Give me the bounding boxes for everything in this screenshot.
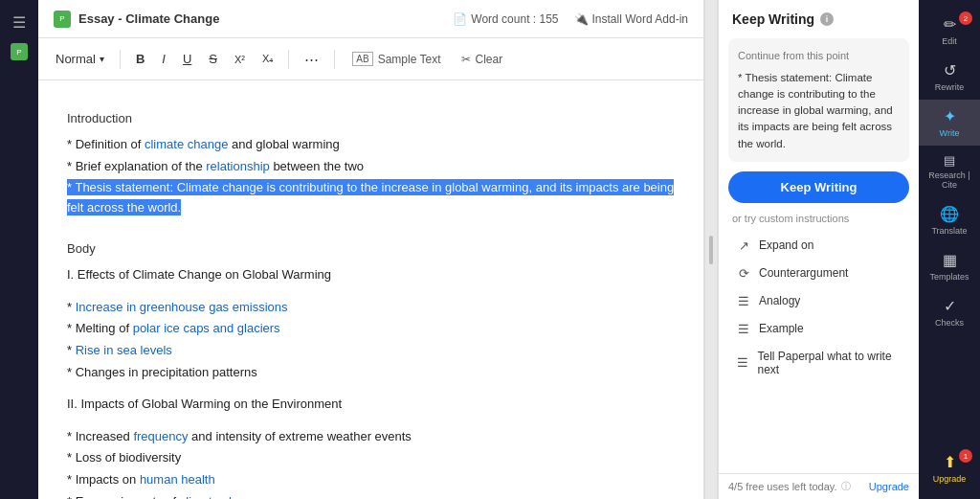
word-count-text: Word count : 155 xyxy=(471,12,558,26)
panel-divider[interactable] xyxy=(704,0,718,499)
info-icon[interactable]: i xyxy=(820,12,834,26)
research-icon: ▤ xyxy=(944,153,955,168)
rewrite-label: Rewrite xyxy=(935,82,965,92)
chevron-down-icon: ▾ xyxy=(100,54,104,64)
sidebar-item-checks[interactable]: ✓ Checks xyxy=(919,289,980,335)
blank-line-2 xyxy=(67,288,675,298)
translate-label: Translate xyxy=(931,226,967,236)
instruction-tell-paperpal[interactable]: ☰ Tell Paperpal what to write next xyxy=(723,343,915,383)
install-addon[interactable]: 🔌 Install Word Add-in xyxy=(574,12,689,26)
strikethrough-button[interactable]: S xyxy=(203,48,223,70)
body-line3: * Rise in sea levels xyxy=(67,341,675,361)
left-sidebar: ☰ P xyxy=(0,0,38,499)
underline-button[interactable]: U xyxy=(177,48,197,70)
divider-handle xyxy=(709,236,713,264)
far-right-sidebar: ✏ Edit 2 ↺ Rewrite ✦ Write ▤ Research | … xyxy=(919,0,980,499)
clear-icon: ✂ xyxy=(461,53,471,66)
sidebar-item-write[interactable]: ✦ Write xyxy=(919,100,980,146)
sidebar-item-rewrite[interactable]: ↺ Rewrite xyxy=(919,54,980,100)
sample-text-button[interactable]: AB Sample Text xyxy=(345,48,448,70)
rewrite-icon: ↺ xyxy=(944,61,956,79)
intro-line2: * Brief explanation of the relationship … xyxy=(67,157,675,177)
toolbar-divider-2 xyxy=(288,50,289,69)
keep-writing-button[interactable]: Keep Writing xyxy=(728,171,909,203)
sidebar-item-translate[interactable]: 🌐 Translate xyxy=(919,197,980,243)
sidebar-item-research[interactable]: ▤ Research | Cite xyxy=(919,146,980,197)
superscript-button[interactable]: X² xyxy=(229,50,251,69)
instruction-expand-on[interactable]: ↗ Expand on xyxy=(723,232,915,260)
blank-line-1 xyxy=(67,220,675,230)
continue-box: Continue from this point * Thesis statem… xyxy=(728,38,909,162)
instruction-counterargument[interactable]: ⟳ Counterargument xyxy=(723,260,915,287)
top-bar-left: P Essay - Climate Change xyxy=(54,11,219,28)
top-bar: P Essay - Climate Change 📄 Word count : … xyxy=(38,0,703,38)
body-line2: * Melting of polar ice caps and glaciers xyxy=(67,319,675,339)
addon-icon: 🔌 xyxy=(574,12,589,26)
clear-label: Clear xyxy=(475,53,502,66)
normal-select[interactable]: Normal ▾ xyxy=(50,48,110,70)
menu-icon[interactable]: ☰ xyxy=(9,10,30,35)
edit-badge: 2 xyxy=(959,11,972,25)
expand-on-icon: ↗ xyxy=(736,238,751,253)
intro-line1: * Definition of climate change and globa… xyxy=(67,135,675,155)
analogy-label: Analogy xyxy=(759,294,800,307)
body-line7: * Impacts on human health xyxy=(67,470,675,490)
body-heading: Body xyxy=(67,239,675,260)
bold-button[interactable]: B xyxy=(130,48,150,70)
instruction-analogy[interactable]: ☰ Analogy xyxy=(723,287,915,315)
tell-paperpal-label: Tell Paperpal what to write next xyxy=(758,350,902,376)
research-label: Research | Cite xyxy=(923,170,976,190)
sidebar-item-templates[interactable]: ▦ Templates xyxy=(919,243,980,289)
toolbar-divider-1 xyxy=(120,50,121,69)
example-icon: ☰ xyxy=(736,322,751,336)
word-count: 📄 Word count : 155 xyxy=(453,12,558,26)
free-uses: 4/5 free uses left today. ⓘ xyxy=(728,480,851,493)
write-icon: ✦ xyxy=(944,107,956,125)
blank-line-4 xyxy=(67,418,675,427)
link-climate-change2: climate change xyxy=(180,494,263,499)
info-icon-small: ⓘ xyxy=(841,480,851,493)
italic-button[interactable]: I xyxy=(156,48,171,70)
templates-label: Templates xyxy=(929,272,969,282)
write-label: Write xyxy=(940,128,960,138)
document-title: Essay - Climate Change xyxy=(78,11,219,26)
analogy-icon: ☰ xyxy=(736,294,751,308)
install-addon-text: Install Word Add-in xyxy=(592,12,689,26)
continue-label: Continue from this point xyxy=(738,48,900,64)
thesis-statement-highlighted: * Thesis statement: Climate change is co… xyxy=(67,179,674,215)
body-line5: * Increased frequency and intensity of e… xyxy=(67,427,675,447)
link-relationship: relationship xyxy=(206,159,270,173)
toolbar-divider-3 xyxy=(334,50,335,69)
main-editor-area: P Essay - Climate Change 📄 Word count : … xyxy=(38,0,704,499)
clear-button[interactable]: ✂ Clear xyxy=(454,49,510,70)
subscript-button[interactable]: X₄ xyxy=(256,49,278,69)
templates-icon: ▦ xyxy=(943,251,957,269)
editor-content[interactable]: Introduction * Definition of climate cha… xyxy=(38,80,703,499)
link-sea-levels: Rise in sea levels xyxy=(76,343,172,357)
instruction-example[interactable]: ☰ Example xyxy=(723,315,915,343)
free-uses-text: 4/5 free uses left today. xyxy=(728,481,837,492)
counterargument-label: Counterargument xyxy=(759,266,848,280)
tell-paperpal-icon: ☰ xyxy=(736,355,750,370)
normal-label: Normal xyxy=(56,52,96,66)
font-color-button[interactable]: ⋯ xyxy=(299,47,324,72)
edit-icon: ✏ xyxy=(944,15,956,34)
body-line6: * Loss of biodiversity xyxy=(67,448,675,468)
keep-writing-title: Keep Writing xyxy=(732,11,814,27)
sidebar-item-edit[interactable]: ✏ Edit 2 xyxy=(919,8,980,54)
upgrade-link[interactable]: Upgrade xyxy=(869,481,909,492)
intro-heading: Introduction xyxy=(67,109,675,129)
intro-line3: * Thesis statement: Climate change is co… xyxy=(67,178,675,218)
keep-writing-panel: Keep Writing i Continue from this point … xyxy=(718,0,919,499)
paperpal-logo: P xyxy=(54,11,71,28)
sidebar-item-upgrade[interactable]: ⬆ Upgrade 1 xyxy=(919,445,980,491)
bottom-bar: 4/5 free uses left today. ⓘ Upgrade xyxy=(719,473,919,499)
edit-label: Edit xyxy=(942,36,957,46)
link-climate-change: climate change xyxy=(145,137,228,151)
body-sub1: I. Effects of Climate Change on Global W… xyxy=(67,265,675,285)
checks-label: Checks xyxy=(935,318,964,328)
keep-writing-header: Keep Writing i xyxy=(719,0,919,34)
translate-icon: 🌐 xyxy=(940,205,959,223)
body-line1: * Increase in greenhouse gas emissions xyxy=(67,298,675,318)
sample-text-icon: AB xyxy=(352,52,372,66)
